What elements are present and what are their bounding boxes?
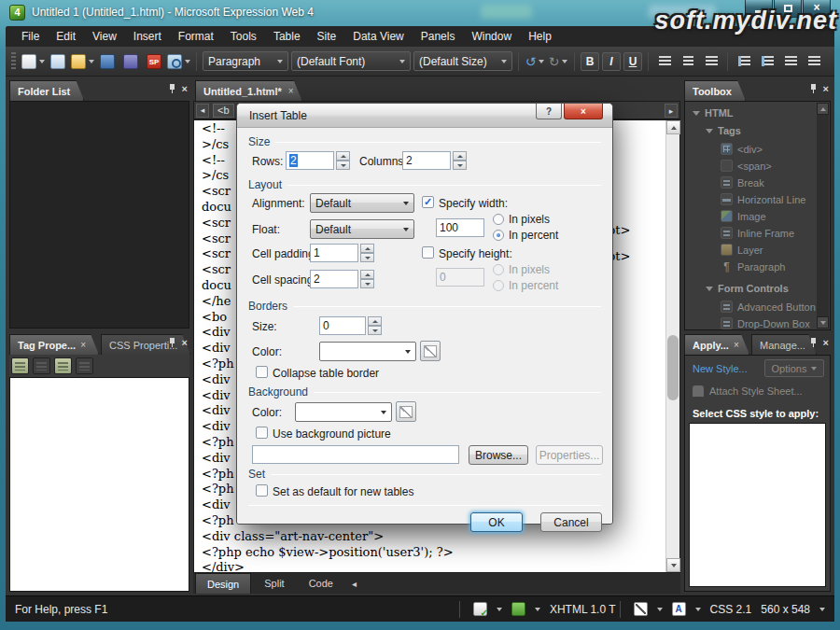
menu-data-view[interactable]: Data View <box>344 27 412 46</box>
pin-icon[interactable] <box>809 338 818 348</box>
style-application-control[interactable]: A <box>672 602 701 616</box>
css-schema-indicator[interactable]: CSS 2.1 <box>710 603 752 616</box>
menu-edit[interactable]: Edit <box>48 27 84 46</box>
scroll-down-button[interactable] <box>666 558 680 572</box>
dialog-help-button[interactable]: ? <box>536 104 562 119</box>
scroll-down-button[interactable] <box>817 316 829 329</box>
menu-help[interactable]: Help <box>520 27 560 46</box>
menu-panels[interactable]: Panels <box>413 27 464 46</box>
specify-width-checkbox[interactable]: ✓ <box>422 196 434 208</box>
alphabetical-view-button[interactable] <box>33 357 50 374</box>
new-style-link[interactable]: New Style... <box>693 363 748 374</box>
toolbar-grip[interactable] <box>11 52 16 71</box>
spin-up-button[interactable] <box>368 316 382 326</box>
dialog-close-button[interactable]: × <box>564 104 603 119</box>
pin-icon[interactable] <box>168 338 176 348</box>
folder-list-tab[interactable]: Folder List <box>9 80 84 101</box>
bold-button[interactable]: B <box>581 52 599 71</box>
menu-file[interactable]: File <box>13 27 48 46</box>
toolbox-section-form-controls[interactable]: Form Controls <box>706 283 789 294</box>
align-left-button[interactable] <box>654 51 675 72</box>
toolbox-scrollbar[interactable] <box>817 103 829 329</box>
specify-height-checkbox[interactable] <box>422 246 434 259</box>
background-color-select[interactable] <box>295 402 392 422</box>
doctype-indicator[interactable]: XHTML 1.0 T <box>550 603 616 616</box>
menu-site[interactable]: Site <box>309 27 345 46</box>
scroll-up-button[interactable] <box>817 103 829 115</box>
background-color-picker-button[interactable] <box>396 401 416 422</box>
cell-padding-spinner[interactable] <box>360 244 374 262</box>
toolbox-item-advanced-button[interactable]: Advanced Button <box>721 301 816 313</box>
quick-tag-body[interactable]: <b <box>213 104 234 118</box>
numbered-list-button[interactable] <box>734 51 754 72</box>
cell-padding-input[interactable]: 1 <box>310 244 358 262</box>
cell-spacing-spinner[interactable] <box>360 270 374 288</box>
background-picture-input[interactable] <box>252 445 459 464</box>
panel-close-icon[interactable]: × <box>823 338 829 348</box>
width-in-percent-radio[interactable] <box>493 230 504 241</box>
panel-close-icon[interactable]: × <box>182 84 188 94</box>
italic-button[interactable]: I <box>602 52 621 71</box>
superpreview-button[interactable]: SP <box>144 51 164 72</box>
border-color-select[interactable] <box>319 342 416 361</box>
editor-scrollbar[interactable] <box>665 120 679 572</box>
split-view-tab[interactable]: Split <box>253 573 295 594</box>
cell-spacing-input[interactable]: 2 <box>310 270 358 288</box>
decrease-indent-button[interactable] <box>780 51 801 72</box>
toolbox-item-div[interactable]: <div> <box>721 143 763 155</box>
save-all-button[interactable] <box>120 51 141 72</box>
align-right-button[interactable] <box>701 51 721 72</box>
menu-insert[interactable]: Insert <box>125 27 170 46</box>
page-size-control[interactable]: 560 x 548 <box>761 603 825 616</box>
collapse-border-checkbox[interactable] <box>256 366 268 378</box>
markup-validation-control[interactable] <box>473 602 502 616</box>
panel-close-icon[interactable]: × <box>182 338 188 348</box>
options-button[interactable]: Options <box>764 359 824 377</box>
toolbox-section-html[interactable]: HTML <box>693 107 734 119</box>
open-site-button[interactable] <box>48 51 68 72</box>
design-view-tab[interactable]: Design <box>195 573 251 594</box>
categorized-view-button[interactable] <box>11 357 29 374</box>
ok-button[interactable]: OK <box>470 512 523 532</box>
view-tabs-scroll-icon[interactable]: ◂ <box>352 579 357 589</box>
spin-down-button[interactable] <box>360 253 374 262</box>
tag-properties-body[interactable] <box>9 377 189 592</box>
spin-down-button[interactable] <box>336 161 350 170</box>
menu-format[interactable]: Format <box>170 27 222 46</box>
underline-button[interactable]: U <box>623 52 642 71</box>
redo-button[interactable]: ↻ <box>548 51 568 72</box>
pin-icon[interactable] <box>168 84 176 94</box>
toolbox-item-span[interactable]: <span> <box>721 160 772 172</box>
toolbox-item-break[interactable]: Break <box>721 176 764 189</box>
quick-tag-forward-button[interactable]: ▸ <box>665 104 678 118</box>
border-size-input[interactable]: 0 <box>319 316 366 335</box>
attach-style-sheet-link[interactable]: Attach Style Sheet... <box>693 385 803 397</box>
toolbox-item-inline-frame[interactable]: Inline Frame <box>721 227 794 239</box>
increase-indent-button[interactable] <box>804 51 824 72</box>
quick-tag-back-button[interactable]: ◂ <box>196 104 209 118</box>
visual-aids-control[interactable] <box>634 602 663 616</box>
panel-close-icon[interactable]: × <box>823 84 829 94</box>
new-document-button[interactable] <box>21 51 45 72</box>
columns-input[interactable]: 2 <box>402 151 451 170</box>
width-input[interactable]: 100 <box>436 218 484 237</box>
pin-icon[interactable] <box>809 84 818 94</box>
browse-button[interactable]: Browse... <box>469 445 528 465</box>
scrollbar-thumb[interactable] <box>667 335 679 400</box>
toolbox-item-horizontal-line[interactable]: Horizontal Line <box>721 193 805 205</box>
paragraph-style-select[interactable]: Paragraph <box>203 51 288 71</box>
spin-up-button[interactable] <box>360 244 374 253</box>
rows-spinner[interactable] <box>336 151 350 170</box>
scroll-up-button[interactable] <box>666 120 680 134</box>
spin-down-button[interactable] <box>453 161 467 170</box>
tab-close-icon[interactable]: × <box>80 340 86 350</box>
cancel-button[interactable]: Cancel <box>540 512 602 532</box>
spin-up-button[interactable] <box>360 270 374 279</box>
bullet-list-button[interactable] <box>757 51 777 72</box>
spin-down-button[interactable] <box>360 279 374 288</box>
manage-styles-tab[interactable]: Manage... <box>751 334 817 355</box>
toolbox-item-paragraph[interactable]: ¶Paragraph <box>721 260 785 273</box>
code-view-tab[interactable]: Code <box>298 573 344 594</box>
width-in-pixels-radio[interactable] <box>493 214 504 225</box>
spin-down-button[interactable] <box>368 326 382 335</box>
